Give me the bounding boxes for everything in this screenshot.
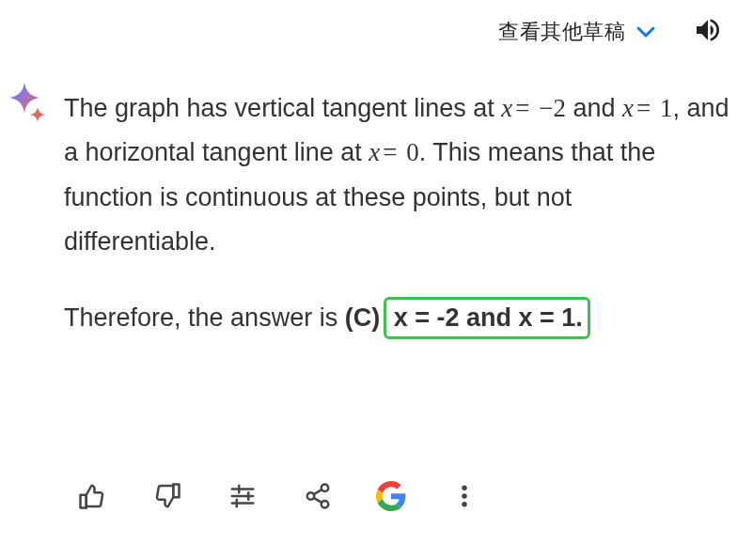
math-expr: x= 0 [369, 138, 418, 166]
thumbs-down-button[interactable] [150, 481, 184, 515]
view-drafts-button[interactable]: 查看其他草稿 [498, 18, 657, 46]
thumbs-up-icon [78, 482, 106, 514]
answer-conclusion: Therefore, the answer is (C) x = -2 and … [64, 296, 730, 340]
svg-point-11 [462, 486, 467, 491]
tune-icon [228, 482, 257, 514]
svg-point-13 [462, 502, 467, 507]
answer-text: The graph has vertical tangent lines at … [64, 86, 734, 340]
more-vert-icon [450, 482, 478, 514]
svg-point-12 [462, 493, 467, 499]
chevron-down-icon [635, 21, 657, 43]
share-button[interactable] [301, 481, 335, 515]
thumbs-up-button[interactable] [75, 481, 109, 515]
response-card: 查看其他草稿 [0, 0, 753, 560]
thumbs-down-icon [153, 482, 181, 514]
highlighted-answer: x = -2 and x = 1. [384, 297, 590, 339]
share-icon [304, 482, 332, 514]
google-logo-icon [376, 481, 406, 515]
answer-choice-label: (C) [345, 303, 380, 332]
svg-line-10 [314, 490, 322, 494]
read-aloud-button[interactable] [689, 13, 727, 51]
modify-button[interactable] [226, 481, 259, 515]
speaker-icon [693, 15, 723, 49]
answer-row: The graph has vertical tangent lines at … [19, 86, 734, 340]
top-bar: 查看其他草稿 [19, 13, 734, 51]
action-bar [75, 481, 481, 515]
view-drafts-label: 查看其他草稿 [498, 18, 625, 46]
bard-sparkle-icon [9, 83, 47, 130]
more-button[interactable] [447, 481, 481, 515]
math-expr: x= 1 [622, 94, 672, 122]
math-expr: x= −2 [501, 94, 566, 122]
google-search-button[interactable] [376, 481, 406, 515]
answer-paragraph: The graph has vertical tangent lines at … [64, 86, 730, 264]
svg-line-9 [314, 498, 322, 503]
